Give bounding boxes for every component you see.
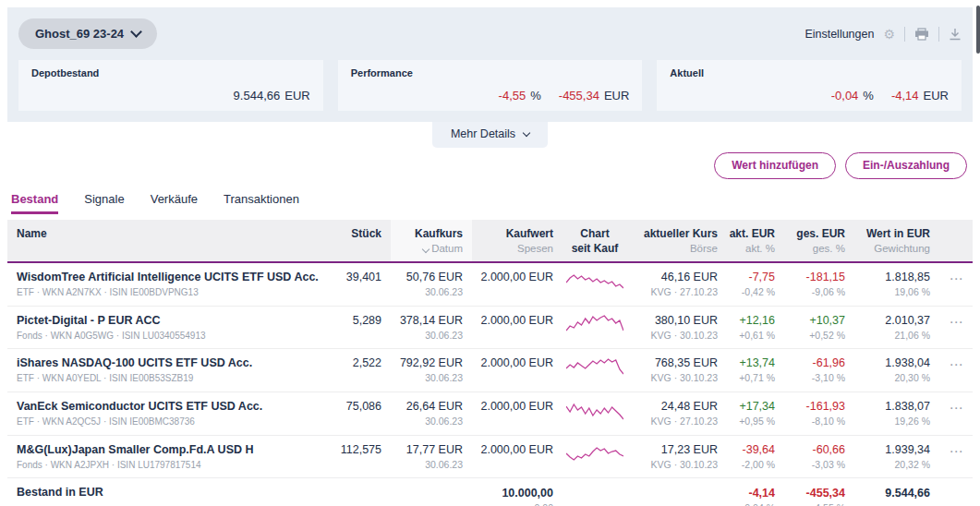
cell-kaufkurs: 50,76 EUR30.06.23: [391, 270, 472, 300]
row-menu-button[interactable]: ⋯: [939, 313, 973, 331]
sort-chevron-icon: [422, 245, 430, 252]
table-row[interactable]: VanEck Semiconductor UCITS ETF USD Acc.E…: [7, 392, 973, 436]
sparkline-chart: [566, 400, 623, 422]
cell-chart: [563, 313, 627, 339]
table-row[interactable]: iShares NASDAQ-100 UCITS ETF USD Acc.ETF…: [7, 349, 973, 392]
more-details-label: Mehr Details: [451, 127, 515, 140]
cell-wert: 1.838,0719,26 %: [854, 399, 939, 429]
column-header-stueck[interactable]: Stück: [337, 220, 391, 261]
gear-icon[interactable]: ⚙: [883, 28, 895, 41]
vertical-scrollbar[interactable]: [976, 6, 980, 54]
cell-ges: -181,15-9,06 %: [784, 270, 854, 300]
sparkline-chart: [566, 443, 623, 465]
cell-kurs: 46,16 EURKVG · 27.10.23: [627, 270, 727, 300]
cell-akt: -39,64-2,00 %: [727, 442, 784, 473]
cell-kaufwert: 2.000,00 EUR: [472, 355, 563, 371]
card-label: Aktuell: [670, 67, 949, 78]
sparkline-chart: [566, 356, 623, 379]
divider: [904, 27, 905, 42]
summary-cell: 10.000,000,00: [472, 478, 563, 506]
download-button[interactable]: [949, 28, 962, 41]
instrument-meta: Fonds · WKN A0G5WG · ISIN LU0340554913: [17, 331, 328, 341]
cell-chart: [563, 270, 627, 295]
holdings-table: Name Stück Kaufkurs DatumKaufwertSpesenC…: [7, 220, 973, 506]
cell-ges: -60,66-3,03 %: [784, 442, 854, 473]
cell-chart: [563, 442, 627, 468]
instrument-name-link[interactable]: Pictet-Digital - P EUR ACC: [17, 313, 328, 329]
add-value-button[interactable]: Wert hinzufügen: [714, 152, 836, 179]
table-row[interactable]: M&G(Lux)Japan Smaller Comp.Fd.A USD HFon…: [7, 436, 973, 479]
column-header-ges[interactable]: ges. EURges. %: [784, 220, 854, 261]
portfolio-name: Ghost_69 23-24: [35, 27, 124, 41]
chevron-down-icon: [130, 26, 142, 38]
cell-stueck: 75,086: [337, 399, 391, 415]
instrument-meta: Fonds · WKN A2JPXH · ISIN LU1797817514: [17, 460, 328, 470]
aktuell-value: -4,14: [891, 89, 919, 102]
row-menu-button[interactable]: ⋯: [939, 355, 973, 373]
cell-name: WisdomTree Artificial Intelligence UCITS…: [7, 270, 337, 297]
portfolio-selector[interactable]: Ghost_69 23-24: [18, 18, 157, 49]
cell-kaufkurs: 26,64 EUR30.06.23: [391, 399, 472, 429]
table-header-row: Name Stück Kaufkurs DatumKaufwertSpesenC…: [7, 220, 973, 263]
portfolio-header: Ghost_69 23-24 Einstellungen ⚙: [7, 7, 973, 122]
value-unit: EUR: [924, 89, 949, 102]
summary-cell: 9.544,66: [854, 478, 939, 506]
card-depotbestand: Depotbestand 9.544,66 EUR: [18, 60, 323, 111]
print-button[interactable]: [914, 28, 929, 41]
settings-label[interactable]: Einstellungen: [805, 28, 874, 41]
tab-bestand[interactable]: Bestand: [11, 192, 58, 214]
row-menu-button[interactable]: ⋯: [939, 399, 973, 416]
summary-row: Bestand in EUR10.000,000,00-4,14-0,04 %-…: [7, 478, 973, 506]
settings-toolbar: Einstellungen ⚙: [805, 27, 962, 42]
cell-chart: [563, 355, 627, 381]
cell-kurs: 24,48 EURKVG · 27.10.23: [627, 399, 727, 429]
table-summary: Bestand in EUR10.000,000,00-4,14-0,04 %-…: [7, 478, 973, 506]
cell-kurs: 768,35 EURKVG · 30.10.23: [627, 355, 727, 386]
summary-label: Bestand in EUR: [7, 478, 337, 505]
instrument-name-link[interactable]: WisdomTree Artificial Intelligence UCITS…: [17, 270, 328, 285]
divider: [938, 27, 939, 42]
pct-unit: %: [530, 89, 541, 102]
card-aktuell: Aktuell -0,04 % -4,14 EUR: [657, 60, 962, 111]
column-header-akt[interactable]: akt. EURakt. %: [727, 220, 784, 261]
cell-kaufwert: 2.000,00 EUR: [472, 270, 563, 285]
depot-value: 9.544,66: [234, 89, 281, 102]
depot-unit: EUR: [284, 89, 309, 102]
deposit-withdrawal-button[interactable]: Ein-/Auszahlung: [845, 152, 967, 179]
table-row[interactable]: WisdomTree Artificial Intelligence UCITS…: [7, 263, 973, 307]
sparkline-chart: [566, 314, 623, 336]
column-header-menu: [939, 220, 973, 261]
column-header-wert[interactable]: Wert in EURGewichtung: [854, 220, 939, 261]
table-body: WisdomTree Artificial Intelligence UCITS…: [7, 263, 973, 478]
cell-stueck: 2,522: [337, 355, 391, 371]
tab-transaktionen[interactable]: Transaktionen: [224, 192, 299, 214]
column-header-kaufwert[interactable]: KaufwertSpesen: [472, 220, 563, 261]
cell-wert: 1.939,3420,32 %: [854, 442, 939, 473]
column-header-chart[interactable]: Chartseit Kauf: [563, 220, 627, 261]
row-menu-button[interactable]: ⋯: [939, 270, 973, 287]
instrument-name-link[interactable]: iShares NASDAQ-100 UCITS ETF USD Acc.: [17, 355, 328, 371]
instrument-meta: ETF · WKN A0YEDL · ISIN IE00B53SZB19: [17, 373, 328, 383]
cell-akt: +17,34+0,95 %: [727, 399, 784, 429]
printer-icon: [914, 28, 929, 41]
tab-signale[interactable]: Signale: [84, 192, 124, 214]
row-menu-button[interactable]: ⋯: [939, 442, 973, 460]
instrument-name-link[interactable]: VanEck Semiconductor UCITS ETF USD Acc.: [17, 399, 328, 415]
summary-cell: -4,14-0,04 %: [727, 478, 784, 506]
column-header-name[interactable]: Name: [7, 220, 337, 261]
table-row[interactable]: Pictet-Digital - P EUR ACCFonds · WKN A0…: [7, 307, 973, 350]
instrument-meta: ETF · WKN A2N7KX · ISIN IE00BDVPNG13: [17, 287, 328, 297]
cell-name: VanEck Semiconductor UCITS ETF USD Acc.E…: [7, 399, 337, 427]
column-header-kaufkurs[interactable]: Kaufkurs Datum: [391, 220, 472, 261]
column-header-kurs[interactable]: aktueller KursBörse: [627, 220, 727, 261]
cell-kurs: 17,23 EURKVG · 30.10.23: [627, 442, 727, 473]
card-label: Depotbestand: [31, 67, 310, 78]
cell-name: Pictet-Digital - P EUR ACCFonds · WKN A0…: [7, 313, 337, 341]
tab-bar: Bestand Signale Verkäufe Transaktionen: [0, 179, 980, 214]
cell-kaufwert: 2.000,00 EUR: [472, 399, 563, 415]
tab-verkaeufe[interactable]: Verkäufe: [151, 192, 198, 214]
cell-ges: -161,93-8,10 %: [784, 399, 854, 429]
cell-ges: +10,37+0,52 %: [784, 313, 854, 343]
more-details-button[interactable]: Mehr Details: [432, 122, 548, 148]
instrument-name-link[interactable]: M&G(Lux)Japan Smaller Comp.Fd.A USD H: [17, 442, 328, 458]
